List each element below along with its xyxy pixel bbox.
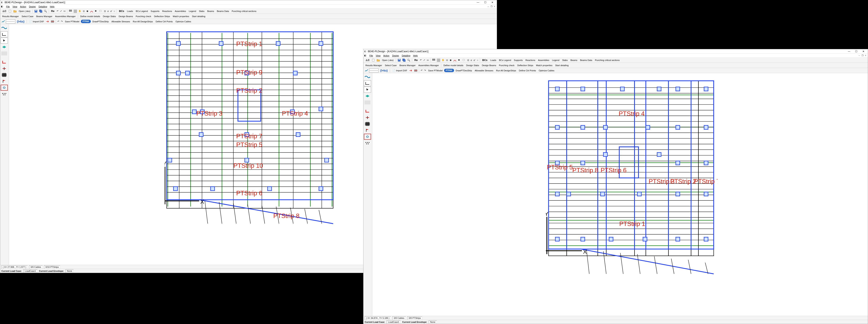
bcs-legend-button[interactable]: BCs Legend [498, 59, 512, 62]
wave-icon[interactable] [364, 74, 371, 80]
arc-icon[interactable] [89, 9, 94, 13]
ptpak-badge[interactable]: PTPAK [81, 20, 91, 23]
circle-icon[interactable]: ○ [476, 59, 479, 62]
import-dxf-button[interactable]: 📄Import DXF [28, 20, 45, 24]
menu-help[interactable]: Help [49, 5, 56, 8]
open-des-button[interactable]: Open (.des) [381, 59, 395, 62]
mdi-minimize-icon[interactable]: – [858, 54, 861, 57]
design-slabs-button[interactable]: Design Slabs [102, 15, 117, 18]
flag-icon[interactable] [364, 127, 371, 133]
maximize-button[interactable]: ☐ [852, 49, 860, 53]
start-detailing-button[interactable]: Start detailing [191, 15, 207, 18]
allowable-stresses-button[interactable]: Allowable Stresses [474, 69, 495, 72]
bcs-legend-button[interactable]: BCs Legend [134, 9, 149, 13]
deflection-strips-button[interactable]: Deflection Strips [153, 15, 171, 18]
lc-button[interactable]: .LC [364, 58, 371, 62]
menu-action[interactable]: Action [382, 54, 391, 57]
dots-icon[interactable] [364, 140, 371, 146]
sigma2-icon[interactable]: σ' [473, 59, 476, 62]
match-properties-button[interactable]: Match properties [172, 15, 190, 18]
hash-grid-icon[interactable] [364, 121, 371, 127]
hash-grid-icon[interactable] [1, 72, 8, 78]
circle-dot-icon[interactable]: ◉ [449, 59, 452, 62]
stop-rect-icon[interactable] [364, 134, 371, 140]
rotate-ccw-icon[interactable]: ↶ [419, 59, 422, 62]
zoom-window-icon[interactable]: ▭ [426, 59, 429, 62]
grid2-icon[interactable] [436, 58, 441, 62]
menu-design[interactable]: Design [391, 54, 400, 57]
menu-detailing[interactable]: Detailing [401, 54, 411, 57]
hand-icon[interactable]: ✋ [441, 59, 445, 62]
dash-pattern-icon[interactable] [369, 69, 379, 73]
results-manager-button[interactable]: Results Manager [364, 64, 383, 67]
define-model-details-button[interactable]: Define model details [79, 15, 101, 18]
hand-icon[interactable]: ✋ [78, 9, 82, 13]
pointer-icon[interactable] [364, 87, 371, 93]
sigma-icon[interactable]: σ [107, 9, 110, 13]
slabs-button[interactable]: Slabs [198, 9, 206, 13]
grid-icon[interactable] [432, 58, 436, 62]
sigma2-icon[interactable]: σ' [110, 9, 113, 13]
beams-data-button[interactable]: Beams Data [579, 59, 594, 62]
save-icon[interactable] [34, 9, 38, 13]
save-icon[interactable] [397, 58, 401, 62]
hatching-icon[interactable] [364, 100, 371, 105]
optimize-cables-button[interactable]: Optmize Cables [537, 69, 555, 72]
close-button[interactable]: ✕ [860, 49, 867, 53]
assemblies-button[interactable]: Assemblies [537, 59, 551, 62]
l-shape-icon[interactable] [1, 31, 8, 37]
menu-help[interactable]: Help [412, 54, 419, 57]
arc-icon[interactable] [453, 58, 457, 62]
menu-view[interactable]: View [375, 54, 382, 57]
cross-arrows-icon[interactable] [364, 115, 371, 120]
design-beams-button[interactable]: Design Beams [117, 15, 134, 18]
new-icon[interactable] [8, 9, 12, 13]
bcs-button[interactable]: BCs [118, 9, 125, 13]
define-ctrl-points-button[interactable]: Define Ctrl Points [154, 20, 174, 23]
undo-icon[interactable]: ↶ [420, 69, 423, 72]
kplus-button[interactable]: (ا+kx) [16, 20, 26, 24]
re-button[interactable]: Re [50, 9, 56, 13]
mdi-control-icon[interactable]: ◧ [364, 54, 367, 57]
save-all-icon[interactable] [402, 58, 406, 62]
punching-check-button[interactable]: Punching check [498, 64, 516, 67]
dots-icon[interactable] [1, 91, 8, 97]
loads-button[interactable]: Loads [126, 9, 134, 13]
match-properties-button[interactable]: Match properties [535, 64, 554, 67]
new-icon[interactable] [371, 58, 376, 62]
reactions-button[interactable]: Reactions [524, 59, 536, 62]
menu-detailing[interactable]: Detailing [37, 5, 48, 8]
mdi-minimize-icon[interactable]: – [487, 5, 490, 8]
run-all-designstrips-button[interactable]: Run All DesignStrips [131, 20, 154, 23]
menu-action[interactable]: Action [19, 5, 27, 8]
red-corner-icon[interactable] [1, 59, 8, 65]
mdi-close-icon[interactable]: × [864, 54, 867, 57]
redo-icon[interactable]: ↷ [424, 69, 427, 72]
assemblies-button[interactable]: Assemblies [174, 9, 187, 13]
mdi-restore-icon[interactable]: ❐ [490, 5, 493, 8]
target-icon[interactable]: ◎ [445, 59, 449, 62]
punching-check-button[interactable]: Punching check [134, 15, 153, 18]
diamond-icon[interactable] [1, 44, 8, 50]
select-case-button[interactable]: Select Case [20, 15, 34, 18]
redo-icon[interactable]: ↷ [60, 20, 63, 23]
zoom-icon[interactable] [43, 9, 48, 13]
omega-icon[interactable]: Ω [467, 59, 470, 62]
legend-button[interactable]: Legend [188, 9, 197, 13]
beams-manager-button[interactable]: Beams Manager [398, 64, 417, 67]
grid2-icon[interactable] [73, 9, 78, 13]
supports-button[interactable]: Supports [150, 9, 161, 13]
define-ctrl-points-button[interactable]: Define Ctrl Points [518, 69, 537, 72]
deflection-strips-button[interactable]: Deflection Strips [516, 64, 534, 67]
red-corner-icon[interactable] [364, 108, 371, 114]
mdi-control-icon[interactable]: ◧ [1, 5, 4, 8]
re-button[interactable]: Re [413, 58, 419, 62]
arrow-red-icon[interactable] [409, 69, 413, 73]
assemblies-manager-button[interactable]: Assemblies Manager [417, 64, 440, 67]
x-icon[interactable]: ✖ [458, 59, 460, 62]
diamond-icon[interactable] [364, 93, 371, 99]
x-icon[interactable]: ✖ [94, 9, 97, 13]
optimize-cables-button[interactable]: Optmize Cables [174, 20, 192, 23]
define-model-details-button[interactable]: Define model details [442, 64, 465, 67]
slabs-button[interactable]: Slabs [561, 59, 569, 62]
